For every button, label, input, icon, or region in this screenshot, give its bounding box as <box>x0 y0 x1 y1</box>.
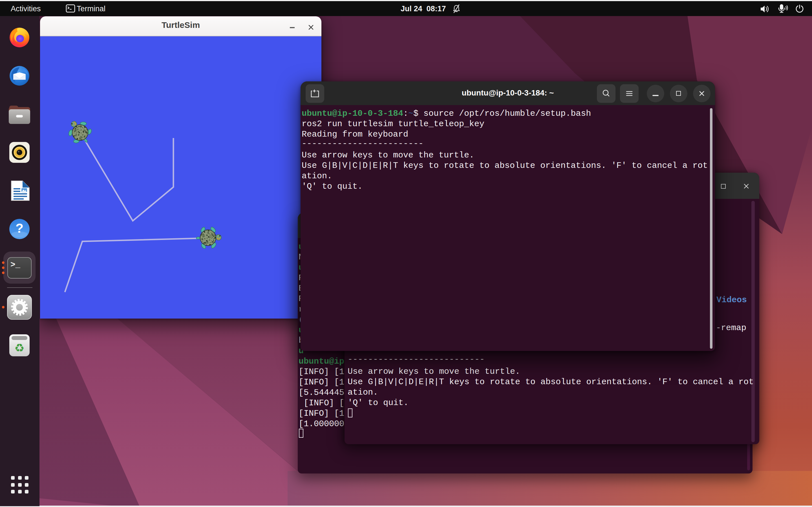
svg-text:♻: ♻ <box>14 342 24 354</box>
